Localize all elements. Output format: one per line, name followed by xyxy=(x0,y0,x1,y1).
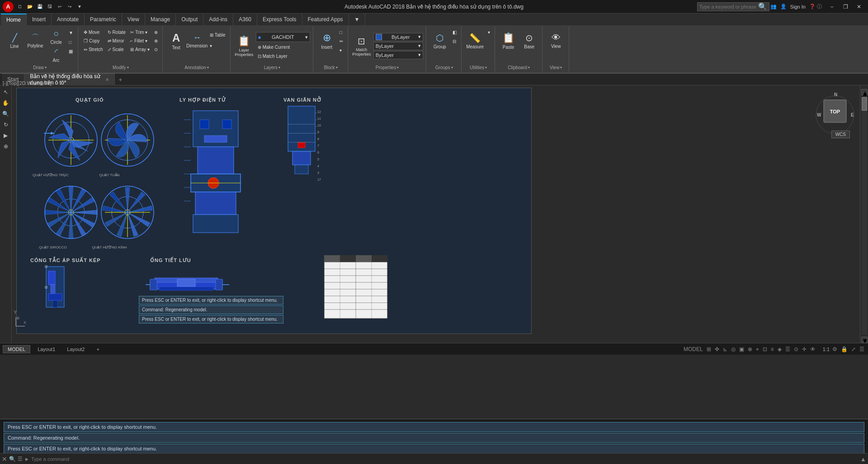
draw-hatch-button[interactable]: ▦ xyxy=(67,47,75,55)
gizmo-icon[interactable]: ✛ xyxy=(801,346,807,352)
draw-line-button[interactable]: ╱ Line xyxy=(5,28,24,53)
scroll-down-button[interactable]: ▼ xyxy=(861,337,868,343)
layers-group-label[interactable]: Layers ▾ xyxy=(264,65,280,70)
qa-undo[interactable]: ↩ xyxy=(55,2,64,11)
3dosnap-icon[interactable]: ⊙ xyxy=(793,346,799,352)
match-layer-button[interactable]: ⊡ Match Layer xyxy=(256,52,310,60)
qa-redo[interactable]: ↪ xyxy=(65,2,74,11)
lw-icon[interactable]: ≡ xyxy=(770,346,775,352)
insert-button[interactable]: ⊕ Insert xyxy=(317,28,337,53)
modify-stretch-button[interactable]: ⇔ Stretch xyxy=(82,45,105,53)
ucs-icon[interactable]: ⌖ xyxy=(755,346,760,352)
linetype-dropdown[interactable]: ByLayer ▾ xyxy=(373,42,423,50)
groups-group-label[interactable]: Groups ▾ xyxy=(435,65,453,70)
ortho-icon[interactable]: ⊾ xyxy=(722,346,728,352)
annotation-visibility-icon[interactable]: 👁 xyxy=(809,346,816,352)
scrollbar-thumb[interactable] xyxy=(862,97,867,111)
color-dropdown[interactable]: ByLayer ▾ xyxy=(373,33,423,41)
tab-express[interactable]: Express Tools xyxy=(257,14,302,25)
tab-featured[interactable]: Featured Apps xyxy=(302,14,349,25)
tab-insert[interactable]: Insert xyxy=(27,14,52,25)
lt-select[interactable]: ↖ xyxy=(1,87,11,97)
snap-icon[interactable]: ✜ xyxy=(714,346,720,352)
lt-pan[interactable]: ✋ xyxy=(1,98,11,108)
group-more2-button[interactable]: ⊟ xyxy=(451,37,458,45)
model-tab[interactable]: MODEL xyxy=(3,345,30,353)
draw-circle-button[interactable]: ○ Circle xyxy=(46,28,66,45)
measure-button[interactable]: 📏 Measure xyxy=(465,28,485,53)
otrack-icon[interactable]: ⊕ xyxy=(747,346,753,352)
lt-showmotion[interactable]: ▶ xyxy=(1,131,11,141)
tab-overflow[interactable]: ▼ xyxy=(349,14,366,25)
modify-explode-button[interactable]: ⊕ xyxy=(152,37,160,45)
layout2-tab[interactable]: Layout2 xyxy=(62,346,89,353)
annotation-dimension-button[interactable]: ↔ Dimension xyxy=(187,28,207,53)
view-button[interactable]: 👁 View xyxy=(546,28,566,53)
draw-polyline-button[interactable]: ⌒ Polyline xyxy=(25,28,45,53)
lt-zoom[interactable]: 🔍 xyxy=(1,109,11,119)
cmd-options-button[interactable]: ☰ xyxy=(18,456,23,462)
lock-icon[interactable]: 🔒 xyxy=(840,346,849,352)
tab-a360[interactable]: A360 xyxy=(233,14,257,25)
properties-group-label[interactable]: Properties ▾ xyxy=(376,65,399,70)
lt-orbit[interactable]: ↻ xyxy=(1,120,11,130)
qa-new[interactable]: 🗋 xyxy=(15,2,24,11)
qa-dropdown[interactable]: ▼ xyxy=(75,2,84,11)
cmd-clear-button[interactable]: ✕ xyxy=(2,455,7,463)
cmd-history-button[interactable]: 🔍 xyxy=(9,456,16,462)
modify-group-label[interactable]: Modify ▾ xyxy=(113,65,128,70)
canvas-area[interactable]: QUẠT GIÓ LY HỢP ĐIỆN TỬ VAN GIÃN NỞ xyxy=(12,85,868,343)
annotation-text-button[interactable]: A Text xyxy=(166,28,186,53)
scrollbar-track[interactable] xyxy=(862,97,867,335)
draw-arc-button[interactable]: ◜ Arc xyxy=(46,46,66,63)
modify-offset-button[interactable]: ⊙ xyxy=(152,45,160,53)
polar-icon[interactable]: ◎ xyxy=(730,346,736,352)
restore-button[interactable]: ❐ xyxy=(839,2,852,12)
fullscreen-icon[interactable]: ⤢ xyxy=(850,346,857,352)
dyn-icon[interactable]: ⊡ xyxy=(762,346,768,352)
tab-home[interactable]: Home xyxy=(1,14,27,25)
modify-move-button[interactable]: ✥ Move xyxy=(82,28,105,36)
paste-button[interactable]: 📋 Paste xyxy=(499,28,519,53)
lt-steeringwheels[interactable]: ⊕ xyxy=(1,141,11,151)
search-input[interactable] xyxy=(699,4,758,9)
tab-view[interactable]: View xyxy=(122,14,145,25)
utilities-more-button[interactable]: ▾ xyxy=(486,28,492,36)
group-more1-button[interactable]: ◧ xyxy=(451,28,458,36)
make-current-button[interactable]: ⊕ Make Current xyxy=(256,43,310,51)
match-properties-button[interactable]: ⊡ Match Properties xyxy=(352,33,372,59)
qa-save[interactable]: 💾 xyxy=(35,2,44,11)
grid-icon[interactable]: ⊞ xyxy=(706,346,712,352)
add-layout-button[interactable]: + xyxy=(92,346,104,353)
cmd-expand-button[interactable]: ▲ xyxy=(860,456,866,463)
view-group-label[interactable]: View ▾ xyxy=(550,65,562,70)
modify-fillet-button[interactable]: ⌐ Fillet ▾ xyxy=(128,37,151,45)
draw-rect-button[interactable]: □ xyxy=(67,38,75,46)
annotation-group-label[interactable]: Annotation ▾ xyxy=(184,65,209,70)
tab-output[interactable]: Output xyxy=(176,14,203,25)
layer-dropdown[interactable]: ■ GACHDIT ▾ xyxy=(256,32,310,42)
command-input[interactable] xyxy=(31,456,859,462)
tab-manage[interactable]: Manage xyxy=(145,14,176,25)
draw-group-label[interactable]: Draw ▾ xyxy=(33,65,46,70)
search-bar[interactable]: 🔍 xyxy=(697,2,769,11)
modify-scale-button[interactable]: ⤢ Scale xyxy=(106,45,127,53)
model-label[interactable]: MODEL xyxy=(683,346,704,352)
utilities-group-label[interactable]: Utilities ▾ xyxy=(470,65,487,70)
block-group-label[interactable]: Block ▾ xyxy=(324,65,337,70)
scroll-up-button[interactable]: ▲ xyxy=(861,89,868,95)
transparency-icon[interactable]: ◈ xyxy=(777,346,783,352)
qa-open[interactable]: 📂 xyxy=(25,2,34,11)
modify-mirror-button[interactable]: ⇌ Mirror xyxy=(106,37,127,45)
group-button[interactable]: ⬡ Group xyxy=(430,28,450,53)
close-button[interactable]: ✕ xyxy=(853,2,865,12)
tab-annotate[interactable]: Annotate xyxy=(52,14,85,25)
osnap-icon[interactable]: ▣ xyxy=(738,346,745,352)
draw-more-button[interactable]: ▼ xyxy=(67,28,75,37)
modify-copy-button[interactable]: ❒ Copy xyxy=(82,37,105,45)
block-edit-button[interactable]: ✏ xyxy=(338,37,345,45)
tab-close-icon[interactable]: ✕ xyxy=(105,77,109,82)
modify-array-button[interactable]: ⊞ Array ▾ xyxy=(128,45,151,53)
tab-parametric[interactable]: Parametric xyxy=(85,14,122,25)
tab-addins[interactable]: Add-ins xyxy=(203,14,233,25)
